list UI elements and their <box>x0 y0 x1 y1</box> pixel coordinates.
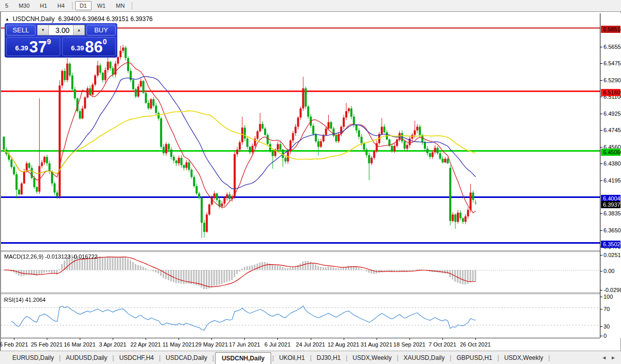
time-tick-mark <box>179 338 179 340</box>
timeframe-button-m30[interactable]: M30 <box>14 1 34 10</box>
timeframe-button-d1[interactable]: D1 <box>75 1 92 10</box>
tab-separator: | <box>113 354 114 361</box>
axis-tick-mark <box>600 255 602 256</box>
macd-axis-label: 0.025108 <box>600 252 621 259</box>
rsi-axis-label: 70 <box>600 306 610 313</box>
symbol-tab-usdx-7[interactable]: USDX,Weekly <box>348 353 396 363</box>
sell-price-display[interactable]: 6.39 37 9 <box>6 37 60 56</box>
macd-name: MACD(12,26,9) <box>4 253 43 260</box>
rsi-current-value: 41.2064 <box>25 297 46 303</box>
tab-separator: | <box>159 354 161 361</box>
symbol-tab-ukoil-5[interactable]: UKOil,H1 <box>275 353 309 363</box>
axis-tick-mark <box>600 97 602 97</box>
axis-tick-mark <box>600 163 602 164</box>
chart-symbol-period: USDCNH,Daily <box>13 15 55 23</box>
axis-tick-mark <box>600 297 602 297</box>
time-tick-mark <box>113 338 113 340</box>
rsi-axis-label: 30 <box>600 323 610 330</box>
collapse-panel-icon[interactable]: ▲ <box>5 17 9 22</box>
price-tick-label: 6.41950 <box>600 177 621 184</box>
axis-tick-mark <box>600 213 602 214</box>
time-tick-mark <box>146 338 146 340</box>
rsi-pane-label: RSI(14) 41.2064 <box>4 297 46 303</box>
buy-price-prefix: 6.39 <box>71 44 84 52</box>
volume-spinner: ▼ 3.00 ▲ <box>37 25 85 35</box>
level-price-label: 6.45060 <box>601 149 620 156</box>
tab-separator: | <box>450 354 451 361</box>
axis-tick-mark <box>600 309 602 310</box>
price-tick-label: 6.47450 <box>600 127 621 134</box>
symbol-tab-usdchf-2[interactable]: USDCHF,H4 <box>115 353 158 363</box>
symbol-tab-usdcnh-4[interactable]: USDCNH,Daily <box>215 352 271 364</box>
axis-tick-mark <box>600 230 602 231</box>
axis-tick-mark <box>600 147 602 148</box>
time-tick-mark <box>442 338 443 340</box>
time-tick-mark <box>47 338 47 340</box>
chart-ohlc-values: 6.39400 6.39694 6.39151 6.39376 <box>58 15 153 23</box>
symbol-tab-bar: EURUSD,Daily|AUDUSD,Daily|USDCHF,H4|USDC… <box>0 351 621 364</box>
timeframe-button-5[interactable]: 5 <box>1 1 13 10</box>
sell-price-main: 37 <box>29 41 47 54</box>
time-tick-mark <box>377 338 377 340</box>
rsi-name: RSI(14) <box>4 297 24 303</box>
chart-window: ▲ USDCNH,Daily 6.39400 6.39694 6.39151 6… <box>0 11 621 351</box>
timeframe-toolbar: 5M30H1H4D1W1MN <box>0 0 621 12</box>
axis-tick-mark <box>600 180 602 181</box>
symbol-tab-audusd-1[interactable]: AUDUSD,Daily <box>62 353 112 363</box>
time-tick-mark <box>277 338 278 340</box>
chart-header: ▲ USDCNH,Daily 6.39400 6.39694 6.39151 6… <box>5 15 153 23</box>
time-tick-mark <box>80 338 80 340</box>
symbol-tab-dj30-6[interactable]: DJ30,H1 <box>313 353 345 363</box>
timeframe-button-h4[interactable]: H4 <box>53 1 69 10</box>
one-click-trade-panel: SELL ▼ 3.00 ▲ BUY 6.39 37 9 6.39 86 0 <box>5 23 117 58</box>
buy-button[interactable]: BUY <box>86 25 116 35</box>
axis-tick-mark <box>600 336 602 336</box>
date-label: 26 Oct 2021 <box>452 341 499 348</box>
symbol-tab-gbpusd-9[interactable]: GBPUSD,H1 <box>452 353 496 363</box>
time-tick-mark <box>410 338 410 340</box>
level-price-label: 6.58514 <box>601 26 620 33</box>
sell-price-pip: 9 <box>47 38 51 46</box>
price-tick-label: 6.49250 <box>600 111 621 117</box>
toolbar-separator <box>72 2 73 10</box>
axis-tick-mark <box>600 326 602 327</box>
volume-decrease-icon[interactable]: ▼ <box>38 25 49 35</box>
timeframe-button-mn[interactable]: MN <box>111 1 129 10</box>
symbol-tab-xauusd-8[interactable]: XAUUSD,Daily <box>399 353 449 363</box>
macd-axis-label: -0.029880 <box>600 287 621 294</box>
tab-separator: | <box>59 354 61 361</box>
symbol-tab-usdx-10[interactable]: USDX,Weekly <box>500 353 547 363</box>
timeframe-button-w1[interactable]: W1 <box>93 1 111 10</box>
timeframe-button-h1[interactable]: H1 <box>36 1 52 10</box>
price-chart-canvas[interactable] <box>1 13 600 338</box>
time-axis[interactable]: 6 Feb 202125 Feb 202116 Mar 20213 Apr 20… <box>1 338 600 352</box>
tab-separator: | <box>272 354 274 361</box>
symbol-tab-usdcad-3[interactable]: USDCAD,Daily <box>162 353 211 363</box>
price-tick-label: 6.36500 <box>600 227 621 234</box>
volume-input[interactable]: 3.00 <box>49 25 73 35</box>
axis-tick-mark <box>600 130 602 131</box>
tabs-scroll-right-icon[interactable]: ► <box>611 355 616 360</box>
volume-increase-icon[interactable]: ▲ <box>73 25 84 35</box>
toolbar-separator <box>132 2 132 10</box>
rsi-axis-label: 100 <box>600 294 613 300</box>
buy-price-display[interactable]: 6.39 86 0 <box>62 37 116 56</box>
price-tick-label: 6.38350 <box>600 210 621 217</box>
tab-separator: | <box>310 354 311 361</box>
price-tick-label: 6.54750 <box>600 60 621 67</box>
sell-button[interactable]: SELL <box>6 25 36 35</box>
level-price-label: 6.51605 <box>601 89 620 96</box>
time-tick-mark <box>14 338 14 340</box>
symbol-tab-eurusd-0[interactable]: EURUSD,Daily <box>8 353 58 363</box>
tabs-scroll-left-icon[interactable]: ◄ <box>601 355 607 360</box>
bid-price-label: 6.39376 <box>601 201 620 208</box>
tab-separator: | <box>346 354 347 361</box>
axis-tick-mark <box>600 47 602 47</box>
axis-tick-mark <box>600 63 602 64</box>
price-axis[interactable]: 6.565506.547506.529006.511006.492506.474… <box>600 13 621 338</box>
time-tick-mark <box>344 338 344 340</box>
macd-current-values: -0.013123 -0.016722 <box>45 253 97 260</box>
tab-separator: | <box>212 354 214 361</box>
tab-separator: | <box>498 354 499 361</box>
trading-app-window: 5M30H1H4D1W1MN ▲ USDCNH,Daily 6.39400 6.… <box>0 0 621 364</box>
